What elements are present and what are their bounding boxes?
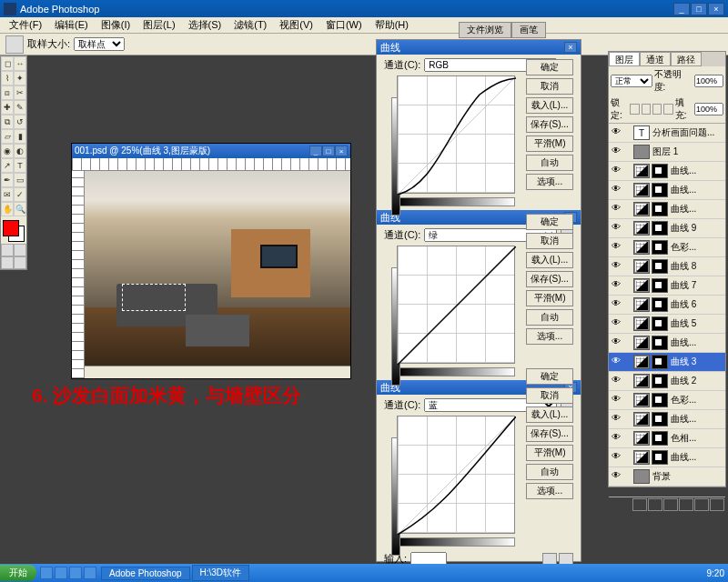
quicklaunch-icon[interactable] bbox=[40, 567, 53, 579]
lock-all-icon[interactable] bbox=[663, 104, 672, 115]
curves-btn-1[interactable]: 取消 bbox=[526, 233, 573, 249]
canvas[interactable] bbox=[85, 171, 350, 366]
visibility-icon[interactable]: 👁 bbox=[610, 451, 622, 464]
maximize-button[interactable]: □ bbox=[691, 3, 707, 15]
menu-filter[interactable]: 滤镜(T) bbox=[228, 17, 272, 33]
tool-eyedrop[interactable]: ✓ bbox=[14, 187, 26, 202]
curve-graph[interactable] bbox=[397, 416, 515, 534]
curves-btn-2[interactable]: 载入(L)... bbox=[526, 252, 573, 268]
visibility-icon[interactable]: 👁 bbox=[610, 375, 622, 387]
tool-brush[interactable]: ✎ bbox=[14, 100, 26, 115]
opacity-input[interactable] bbox=[694, 75, 723, 87]
quicklaunch-icon[interactable] bbox=[69, 567, 82, 579]
foreground-color[interactable] bbox=[3, 220, 19, 236]
curves-btn-1[interactable]: 取消 bbox=[526, 387, 573, 404]
task-photoshop[interactable]: Adobe Photoshop bbox=[101, 567, 190, 580]
layer-row[interactable]: 👁T分析画面问题... bbox=[609, 124, 725, 143]
visibility-icon[interactable]: 👁 bbox=[610, 394, 622, 406]
layer-row[interactable]: 👁曲线... bbox=[609, 162, 725, 181]
tool-heal[interactable]: ✚ bbox=[1, 100, 14, 115]
tool-zoom[interactable]: 🔍 bbox=[14, 202, 26, 216]
curves-btn-6[interactable]: 选项... bbox=[526, 174, 573, 190]
quickmask-on[interactable] bbox=[14, 244, 26, 256]
curves-btn-0[interactable]: 确定 bbox=[526, 214, 573, 230]
tab-channels[interactable]: 通道 bbox=[640, 52, 671, 66]
visibility-icon[interactable]: 👁 bbox=[610, 203, 622, 216]
visibility-icon[interactable]: 👁 bbox=[610, 184, 622, 196]
tool-notes[interactable]: ✉ bbox=[1, 187, 14, 202]
visibility-icon[interactable]: 👁 bbox=[610, 222, 622, 235]
curves-btn-6[interactable]: 选项... bbox=[526, 483, 573, 499]
doc-minimize[interactable]: _ bbox=[309, 146, 322, 156]
curves-btn-5[interactable]: 自动 bbox=[526, 309, 573, 326]
visibility-icon[interactable]: 👁 bbox=[610, 165, 622, 177]
visibility-icon[interactable]: 👁 bbox=[610, 413, 622, 426]
screenmode-1[interactable] bbox=[1, 256, 14, 269]
layer-row[interactable]: 👁曲线... bbox=[609, 200, 725, 219]
menu-image[interactable]: 图像(I) bbox=[96, 17, 136, 33]
curves-close[interactable]: × bbox=[564, 42, 577, 53]
blend-mode-select[interactable]: 正常 bbox=[611, 75, 652, 87]
curves-btn-1[interactable]: 取消 bbox=[526, 78, 573, 95]
layer-set-button[interactable] bbox=[663, 498, 678, 511]
tool-pen[interactable]: ✒ bbox=[1, 173, 14, 187]
tool-gradient[interactable]: ▮ bbox=[14, 129, 26, 144]
tool-history[interactable]: ↺ bbox=[14, 115, 26, 129]
minimize-button[interactable]: _ bbox=[673, 3, 690, 15]
scrollbar-horizontal[interactable] bbox=[85, 366, 350, 378]
curves-btn-5[interactable]: 自动 bbox=[526, 464, 573, 480]
start-button[interactable]: 开始 bbox=[0, 565, 36, 581]
layer-row[interactable]: 👁曲线... bbox=[609, 181, 725, 200]
curves-btn-4[interactable]: 平滑(M) bbox=[526, 135, 573, 152]
tab-file-browser[interactable]: 文件浏览 bbox=[459, 22, 511, 38]
visibility-icon[interactable]: 👁 bbox=[610, 470, 622, 483]
curves-btn-3[interactable]: 保存(S)... bbox=[526, 271, 573, 287]
visibility-icon[interactable]: 👁 bbox=[610, 126, 622, 139]
close-button[interactable]: × bbox=[708, 3, 724, 15]
tray-icon[interactable] bbox=[694, 567, 705, 578]
curves-btn-2[interactable]: 载入(L)... bbox=[526, 406, 573, 423]
visibility-icon[interactable]: 👁 bbox=[610, 260, 622, 273]
curves-btn-3[interactable]: 保存(S)... bbox=[526, 116, 573, 133]
tool-marquee[interactable]: ◻ bbox=[1, 56, 14, 71]
visibility-icon[interactable]: 👁 bbox=[610, 241, 622, 254]
tool-shape[interactable]: ▭ bbox=[14, 173, 26, 187]
layer-row[interactable]: 👁色相... bbox=[609, 429, 725, 448]
tool-hand[interactable]: ✋ bbox=[1, 202, 14, 216]
active-tool-icon[interactable] bbox=[5, 35, 24, 54]
tool-move[interactable]: ↔ bbox=[14, 56, 26, 71]
curves-btn-3[interactable]: 保存(S)... bbox=[526, 426, 573, 442]
visibility-icon[interactable]: 👁 bbox=[610, 146, 622, 158]
curves-btn-4[interactable]: 平滑(M) bbox=[526, 445, 573, 461]
layer-row[interactable]: 👁曲线 9 bbox=[609, 219, 725, 238]
visibility-icon[interactable]: 👁 bbox=[610, 356, 622, 368]
menu-layer[interactable]: 图层(L) bbox=[137, 17, 180, 33]
tab-paths[interactable]: 路径 bbox=[671, 52, 702, 66]
curves-btn-0[interactable]: 确定 bbox=[526, 368, 573, 385]
menu-file[interactable]: 文件(F) bbox=[4, 17, 47, 33]
layer-row[interactable]: 👁曲线... bbox=[609, 334, 725, 353]
doc-maximize[interactable]: □ bbox=[322, 146, 335, 156]
layer-row[interactable]: 👁色彩... bbox=[609, 238, 725, 257]
curves-btn-4[interactable]: 平滑(M) bbox=[526, 290, 573, 306]
layer-row[interactable]: 👁曲线 7 bbox=[609, 276, 725, 296]
tool-type[interactable]: T bbox=[14, 158, 26, 173]
layer-delete-button[interactable] bbox=[710, 498, 724, 511]
tool-stamp[interactable]: ⧉ bbox=[1, 115, 14, 129]
layer-new-button[interactable] bbox=[694, 498, 709, 511]
menu-help[interactable]: 帮助(H) bbox=[369, 17, 414, 33]
curves-btn-6[interactable]: 选项... bbox=[526, 328, 573, 345]
curves-btn-5[interactable]: 自动 bbox=[526, 155, 573, 171]
curves-btn-0[interactable]: 确定 bbox=[526, 59, 573, 75]
tray-icon[interactable] bbox=[682, 567, 693, 578]
layer-row[interactable]: 👁曲线 3 bbox=[609, 353, 725, 372]
lock-move-icon[interactable] bbox=[652, 104, 662, 115]
curve-graph[interactable] bbox=[397, 75, 515, 194]
menu-edit[interactable]: 编辑(E) bbox=[49, 17, 94, 33]
tool-path[interactable]: ↗ bbox=[1, 158, 14, 173]
visibility-icon[interactable]: 👁 bbox=[610, 317, 622, 330]
layer-fx-button[interactable] bbox=[632, 498, 647, 511]
layer-mask-button[interactable] bbox=[648, 498, 662, 511]
lock-trans-icon[interactable] bbox=[630, 104, 639, 115]
visibility-icon[interactable]: 👁 bbox=[610, 336, 622, 349]
